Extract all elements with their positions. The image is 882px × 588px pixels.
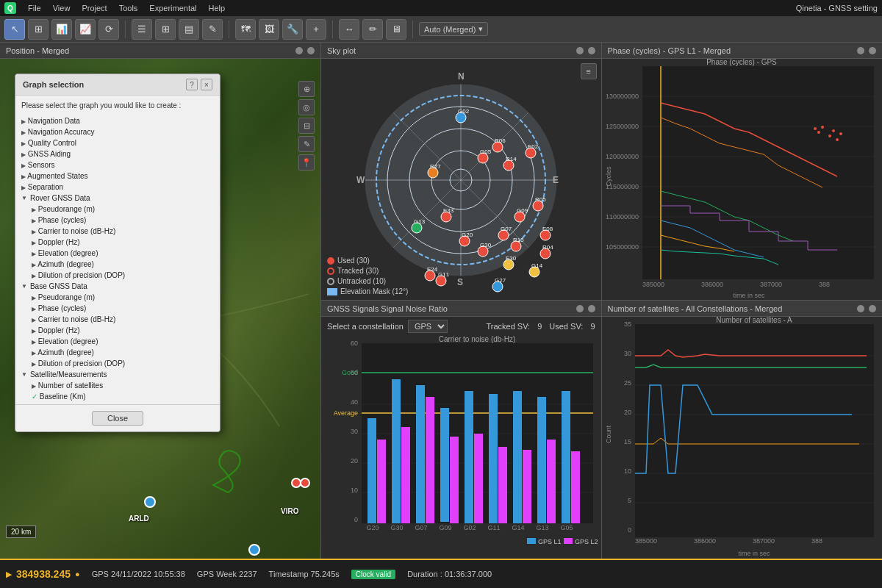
svg-text:G27: G27 [495,277,506,284]
tree-item-rover-dop[interactable]: ▶ Dilution of precision (DOP) [32,270,214,281]
tree-item-sensors[interactable]: ▶ Sensors [21,159,214,171]
menu-help[interactable]: Help [209,4,226,12]
svg-text:G09: G09 [517,207,528,214]
phase-minimize-btn[interactable] [857,47,864,54]
menu-project[interactable]: Project [82,4,107,12]
svg-text:G02: G02 [463,524,476,531]
svg-text:Average: Average [334,409,358,417]
svg-text:10: 10 [623,467,631,475]
sky-close-btn[interactable] [588,47,595,54]
sky-tool-1[interactable]: ≡ [581,63,597,79]
toolbar-btn-list[interactable]: ☰ [132,19,152,40]
sat-panel-controls [857,305,876,312]
snr-tracked-label: Tracked SV: [486,322,530,331]
bar-g13-l2 [547,440,556,523]
sat-close-btn[interactable] [869,305,876,312]
tree-item-separation[interactable]: ▶ Separation [21,182,214,193]
dialog-close-button[interactable]: Close [92,411,143,426]
sat-minimize-btn[interactable] [857,305,864,312]
toolbar-btn-measure[interactable]: ↔ [339,19,359,40]
toolbar-btn-grid[interactable]: ⊞ [155,19,176,40]
toolbar-btn-plus[interactable]: + [306,19,326,40]
map-pin[interactable]: 📍 [298,154,315,171]
toolbar-btn-edit[interactable]: ✎ [202,19,223,40]
tree-item-gnssaiding[interactable]: ▶ GNSS Aiding [21,148,214,159]
tree-group-base[interactable]: ▼ Base GNSS Data ▶ Pseudorange (m) ▶ Pha… [21,281,214,369]
map-waypoint-1[interactable] [144,496,156,508]
svg-text:388: 388 [819,281,830,288]
tree-item-rover-pseudo[interactable]: ▶ Pseudorange (m) [32,204,214,215]
svg-text:Carrier to noise (db-Hz): Carrier to noise (db-Hz) [439,336,515,343]
svg-text:385000: 385000 [635,537,657,545]
menu-experimental[interactable]: Experimental [149,4,196,12]
sat-panel: Number of satellites - All Constellation… [602,301,883,559]
svg-text:Count: Count [605,426,612,444]
tree-item-base-doppler[interactable]: ▶ Doppler (Hz) [32,325,214,336]
map-waypoint-4[interactable] [300,478,310,488]
map-minimize-btn[interactable] [295,47,303,54]
map-layers[interactable]: ⊟ [298,118,315,134]
map-waypoint-2[interactable] [248,544,260,556]
tree-group-rover[interactable]: ▼ Rover GNSS Data ▶ Pseudorange (m) ▶ Ph… [21,193,214,281]
menu-view[interactable]: View [53,4,71,12]
toolbar-btn-image[interactable]: 🖼 [259,19,279,40]
snr-close-btn[interactable] [588,305,595,312]
toolbar-btn-bar[interactable]: 📊 [51,19,72,40]
svg-text:GPS L2: GPS L2 [575,538,598,545]
tree-item-rover-phase[interactable]: ▶ Phase (cycles) [32,215,214,226]
tree-item-sat-numsat[interactable]: ▶ Number of satellites [32,380,214,391]
window-title: Qinetia - GNSS setting [796,4,878,12]
tree-item-base-cn[interactable]: ▶ Carrier to noise (dB-Hz) [32,314,214,325]
svg-text:386000: 386000 [701,281,723,288]
snr-minimize-btn[interactable] [576,305,584,312]
tree-item-base-phase[interactable]: ▶ Phase (cycles) [32,303,214,314]
map-scale: 20 km [6,526,36,538]
map-edit[interactable]: ✎ [298,136,315,152]
toolbar-btn-table[interactable]: ▤ [179,19,199,40]
map-location[interactable]: ◎ [298,99,315,115]
svg-text:G13: G13 [414,218,426,225]
legend-tracked-label: Tracked (30) [337,267,379,275]
tree-item-augmented[interactable]: ▶ Augmented States [21,171,214,182]
svg-text:388: 388 [811,537,822,545]
tree-item-rover-cn[interactable]: ▶ Carrier to noise (dB-Hz) [32,226,214,237]
map-close-btn[interactable] [307,47,315,54]
map-background[interactable]: ⊕ ◎ ⊟ ✎ 📍 ARLD VIRO seur fron 20 km [0,59,320,559]
dialog-help-btn[interactable]: ? [186,79,198,90]
map-zoom-extent[interactable]: ⊕ [298,81,315,97]
constellation-select[interactable]: GPS [408,320,448,333]
toolbar-btn-track[interactable]: 📈 [75,19,96,40]
sky-minimize-btn[interactable] [576,47,584,54]
tree-item-base-pseudo[interactable]: ▶ Pseudorange (m) [32,292,214,303]
menu-file[interactable]: File [28,4,41,12]
legend-untracked-dot [327,278,334,285]
tree-item-base-azimuth[interactable]: ▶ Azimuth (degree) [32,347,214,358]
tree-item-quality[interactable]: ▶ Quality Control [21,137,214,148]
tree-item-base-elev[interactable]: ▶ Elevation (degree) [32,336,214,347]
tree-item-navaccuracy[interactable]: ▶ Navigation Accuracy [21,126,214,137]
bar-g07-l1 [416,385,425,523]
phase-close-btn[interactable] [869,47,876,54]
toolbar-btn-pan[interactable]: ⊞ [28,19,49,40]
toolbar-dropdown-merged[interactable]: Auto (Merged) ▾ [419,22,488,36]
tree-item-sat-baseline[interactable]: ✓ Baseline (Km) [32,391,214,402]
toolbar-btn-map[interactable]: 🗺 [235,19,256,40]
tree-item-navdata[interactable]: ▶ Navigation Data [21,115,214,126]
toolbar-btn-monitor[interactable]: 🖥 [386,19,406,40]
toolbar-btn-wrench[interactable]: 🔧 [282,19,303,40]
toolbar-btn-draw[interactable]: ✏ [362,19,383,40]
toolbar-btn-refresh[interactable]: ⟳ [98,19,119,40]
tree-group-sat[interactable]: ▼ Satellite/Measurements ▶ Number of sat… [21,369,214,402]
tree-item-base-dop[interactable]: ▶ Dilution of precision (DOP) [32,358,214,369]
tree-item-rover-doppler[interactable]: ▶ Doppler (Hz) [32,237,214,248]
map-label-arld: ARLD [129,514,149,523]
tree-item-rover-azimuth[interactable]: ▶ Azimuth (degree) [32,259,214,270]
timestamp: Timestamp 75.245s [269,570,340,578]
bar-g11-l1 [489,394,498,523]
svg-text:E24: E24 [427,266,438,273]
tree-item-rover-elev[interactable]: ▶ Elevation (degree) [32,248,214,259]
dialog-close-btn[interactable]: × [201,79,212,90]
menu-tools[interactable]: Tools [119,4,138,12]
toolbar-btn-pointer[interactable]: ↖ [4,19,25,40]
dialog-footer: Close [15,404,220,431]
